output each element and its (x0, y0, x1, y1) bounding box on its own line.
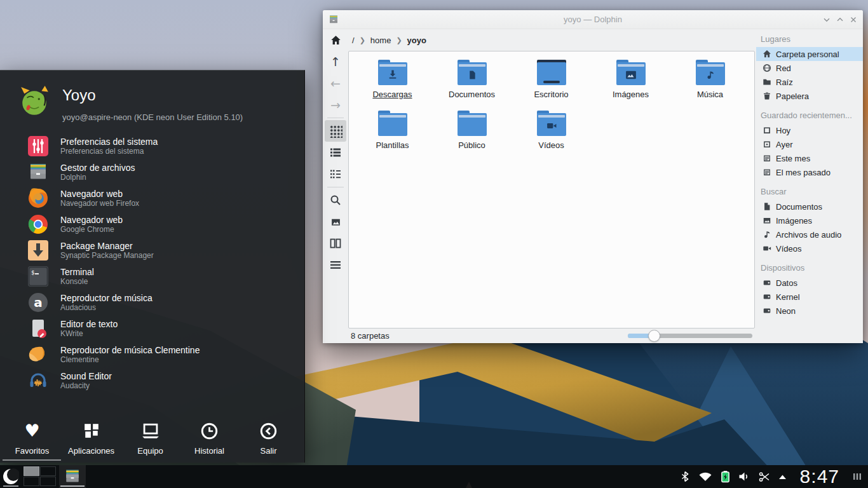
places-item-archivos-audio[interactable]: Archivos de audio (756, 227, 863, 241)
split-view-button[interactable] (325, 233, 346, 254)
maximize-button[interactable] (836, 15, 844, 24)
panel-toggle-button[interactable] (853, 472, 862, 481)
chevron-right-icon: ❯ (396, 36, 402, 44)
preview-image-icon (330, 217, 341, 227)
breadcrumb-segment-current[interactable]: yoyo (407, 36, 426, 45)
virtual-desktop-pager[interactable] (24, 466, 57, 487)
places-item-carpeta-personal[interactable]: Carpeta personal (756, 47, 863, 61)
close-button[interactable] (849, 15, 858, 24)
go-back-button[interactable]: ← (325, 72, 346, 94)
digital-clock[interactable]: 8:47 (800, 466, 839, 487)
launcher-item-firefox[interactable]: Navegador webNavegador web Firefox (0, 185, 305, 211)
places-item-este-mes[interactable]: Este mes (756, 151, 863, 165)
minimize-button[interactable] (822, 15, 831, 24)
tab-salir[interactable]: Salir (239, 421, 298, 459)
folder-item-documentos[interactable]: Documentos (432, 58, 512, 109)
folder-item-plantillas[interactable]: Plantillas (353, 109, 432, 159)
dolphin-titlebar[interactable]: yoyo — Dolphin (323, 10, 863, 29)
places-section-header: Guardado recientemen... (756, 107, 863, 123)
audacious-icon: a (28, 292, 48, 313)
places-item-neon[interactable]: Neon (756, 304, 863, 318)
task-dolphin[interactable] (59, 465, 86, 488)
tab-favoritos[interactable]: ♥ Favoritos (3, 421, 62, 459)
preview-button[interactable] (325, 211, 346, 233)
zoom-slider-handle[interactable] (648, 330, 660, 342)
clipboard-button[interactable] (759, 471, 770, 482)
dolphin-toolbar: ↑ ← → (323, 29, 348, 343)
breadcrumb-segment-home[interactable]: home (370, 36, 391, 45)
folder-item-imagenes[interactable]: Imágenes (591, 58, 670, 109)
details-view-button[interactable] (325, 163, 346, 185)
places-item-ayer[interactable]: Ayer (756, 137, 863, 151)
go-forward-button[interactable]: → (325, 94, 346, 116)
pager-desktop-2[interactable] (40, 466, 56, 476)
places-item-buscar-videos[interactable]: Vídeos (756, 241, 863, 255)
compact-view-button[interactable] (325, 142, 346, 163)
folder-item-musica[interactable]: Música (670, 58, 750, 109)
places-item-papelera[interactable]: Papelera (756, 89, 863, 103)
launcher-item-file-manager[interactable]: Gestor de archivosDolphin (0, 159, 305, 185)
pager-desktop-3[interactable] (24, 477, 39, 486)
places-panel: Lugares Carpeta personal Red Raíz Papele… (756, 29, 863, 343)
icons-view-button[interactable] (325, 120, 346, 142)
back-arrow-icon: ← (330, 78, 341, 90)
folder-icon (377, 109, 408, 138)
go-up-button[interactable]: ↑ (325, 51, 346, 72)
launcher-moon-icon (3, 468, 19, 485)
details-view-icon (330, 168, 341, 180)
places-section-header: Lugares (756, 30, 863, 47)
folder-images-icon (616, 58, 646, 87)
mouse-cursor (466, 482, 472, 488)
places-item-kernel[interactable]: Kernel (756, 290, 863, 304)
chevron-right-icon: ❯ (360, 36, 365, 44)
tab-historial[interactable]: Historial (180, 421, 239, 459)
folder-item-videos[interactable]: Vídeos (512, 109, 591, 159)
folder-music-icon (695, 58, 726, 87)
tray-expander-button[interactable] (778, 474, 787, 480)
folder-item-publico[interactable]: Público (432, 109, 512, 159)
launcher-button[interactable] (0, 465, 22, 488)
compact-view-icon (330, 147, 341, 158)
calendar-dot-icon (763, 140, 771, 149)
launcher-item-konsole[interactable]: $ TerminalKonsole (0, 263, 305, 289)
panel-bars-icon (853, 472, 862, 481)
tab-aplicaciones[interactable]: Aplicaciones (62, 421, 121, 459)
folder-documents-icon (457, 58, 487, 87)
places-item-buscar-imagenes[interactable]: Imágenes (756, 214, 863, 227)
places-item-raiz[interactable]: Raíz (756, 75, 863, 89)
folder-item-descargas[interactable]: Descargas (353, 58, 432, 109)
bluetooth-button[interactable] (680, 471, 690, 482)
pager-desktop-4[interactable] (40, 477, 56, 486)
menu-button[interactable] (325, 254, 346, 276)
places-item-datos[interactable]: Datos (756, 276, 863, 290)
launcher-item-chrome[interactable]: Navegador webGoogle Chrome (0, 211, 305, 237)
user-host: yoyo@aspire-neon (KDE neon User Edition … (62, 112, 243, 122)
search-button[interactable] (325, 189, 346, 211)
dolphin-app-icon (329, 15, 339, 25)
places-item-hoy[interactable]: Hoy (756, 123, 863, 137)
hard-drive-icon (763, 292, 771, 301)
launcher-item-synaptic[interactable]: Package ManagerSynaptic Package Manager (0, 237, 305, 263)
places-item-mes-pasado[interactable]: El mes pasado (756, 165, 863, 179)
zoom-slider[interactable] (628, 334, 752, 338)
home-button[interactable] (325, 29, 346, 51)
places-item-buscar-documentos[interactable]: Documentos (756, 200, 863, 214)
places-item-red[interactable]: Red (756, 61, 863, 75)
system-tray: 8:47 (680, 466, 868, 487)
breadcrumb-root[interactable]: / (352, 36, 355, 45)
volume-button[interactable] (738, 471, 750, 482)
tab-equipo[interactable]: Equipo (121, 421, 180, 459)
launcher-item-system-settings[interactable]: Preferencias del sistemaPreferencias del… (0, 133, 305, 159)
user-name: Yoyo (62, 86, 243, 105)
launcher-item-clementine[interactable]: Reproductor de música ClementineClementi… (0, 341, 305, 367)
launcher-item-audacious[interactable]: a Reproductor de músicaAudacious (0, 289, 305, 315)
pager-desktop-1[interactable] (24, 466, 39, 476)
network-button[interactable] (698, 471, 712, 482)
battery-button[interactable] (721, 470, 730, 483)
system-settings-icon (28, 136, 48, 156)
svg-text:$: $ (31, 269, 34, 276)
folder-item-escritorio[interactable]: Escritorio (512, 58, 591, 109)
launcher-item-audacity[interactable]: Sound EditorAudacity (0, 367, 305, 393)
search-icon (330, 194, 341, 206)
launcher-item-kwrite[interactable]: Editor de textoKWrite (0, 315, 305, 341)
